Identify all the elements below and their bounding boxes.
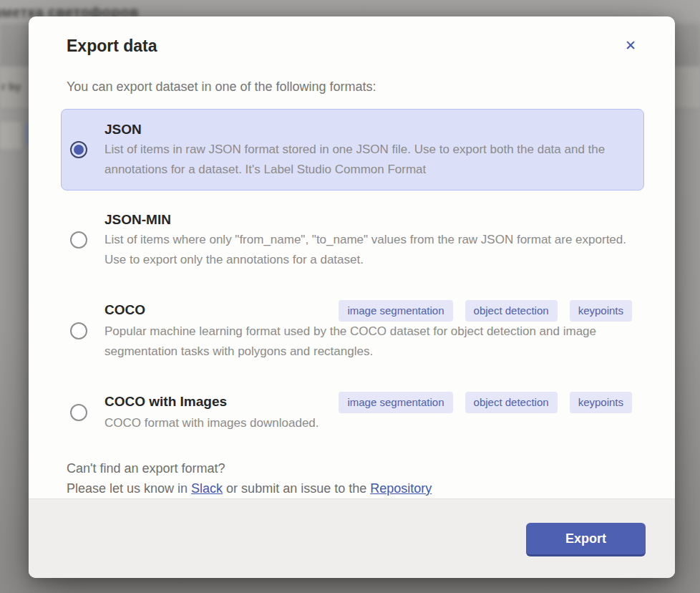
option-head: COCO with Images image segmentation obje…	[104, 392, 632, 413]
export-button[interactable]: Export	[526, 523, 646, 556]
radio-coco[interactable]	[70, 322, 87, 339]
radio-json[interactable]	[70, 141, 87, 158]
export-data-modal: Export data ✕ You can export dataset in …	[29, 16, 675, 578]
modal-title: Export data	[67, 35, 157, 57]
modal-header: Export data ✕	[29, 16, 675, 57]
option-body: COCO image segmentation object detection…	[104, 300, 632, 362]
help-line2-middle: or submit an issue to the	[223, 481, 370, 496]
backdrop-button-fragment	[0, 122, 21, 149]
option-body: JSON-MIN List of items where only "from_…	[104, 210, 632, 270]
option-description: Popular machine learning format used by …	[104, 322, 632, 362]
modal-body: Export data ✕ You can export dataset in …	[29, 16, 675, 498]
tag-image-segmentation: image segmentation	[339, 300, 452, 322]
repository-link[interactable]: Repository	[370, 481, 432, 496]
export-option-json[interactable]: JSON List of items in raw JSON format st…	[61, 109, 644, 191]
option-description: List of items where only "from_name", "t…	[104, 230, 632, 270]
option-description: List of items in raw JSON format stored …	[104, 140, 632, 180]
tag-keypoints: keypoints	[570, 300, 632, 322]
option-head: JSON	[104, 120, 632, 140]
radio-column	[70, 141, 87, 158]
option-head: COCO image segmentation object detection…	[104, 300, 632, 322]
export-option-coco-with-images[interactable]: COCO with Images image segmentation obje…	[61, 381, 644, 444]
tag-image-segmentation: image segmentation	[339, 392, 452, 413]
backdrop-filter-label: r by	[1, 80, 21, 92]
option-head: JSON-MIN	[104, 210, 632, 230]
tag-object-detection: object detection	[465, 300, 558, 322]
tag-object-detection: object detection	[465, 392, 558, 413]
option-description: COCO format with images downloaded.	[104, 413, 632, 433]
radio-column	[70, 231, 87, 249]
help-text: Can't find an export format? Please let …	[67, 458, 637, 498]
radio-column	[70, 322, 87, 339]
help-line2-prefix: Please let us know in	[67, 481, 191, 496]
export-option-json-min[interactable]: JSON-MIN List of items where only "from_…	[61, 199, 644, 281]
option-body: JSON List of items in raw JSON format st…	[104, 120, 632, 180]
radio-column	[70, 404, 87, 421]
help-line2: Please let us know in Slack or submit an…	[67, 478, 637, 498]
close-button[interactable]: ✕	[621, 36, 641, 56]
option-title: COCO	[104, 300, 145, 320]
radio-coco-with-images[interactable]	[70, 404, 87, 421]
tag-keypoints: keypoints	[570, 392, 632, 413]
modal-footer: Export	[29, 498, 675, 578]
option-title: COCO with Images	[104, 392, 227, 412]
export-format-options: JSON List of items in raw JSON format st…	[61, 109, 644, 444]
option-title: JSON	[104, 120, 142, 140]
option-body: COCO with Images image segmentation obje…	[104, 392, 632, 433]
intro-text: You can export dataset in one of the fol…	[67, 78, 637, 96]
option-tags: image segmentation object detection keyp…	[339, 300, 632, 322]
export-option-coco[interactable]: COCO image segmentation object detection…	[61, 289, 644, 372]
radio-json-min[interactable]	[70, 231, 87, 249]
slack-link[interactable]: Slack	[191, 481, 223, 496]
help-line1: Can't find an export format?	[67, 458, 637, 478]
close-icon: ✕	[625, 38, 636, 53]
option-tags: image segmentation object detection keyp…	[339, 392, 632, 413]
option-title: JSON-MIN	[104, 210, 171, 230]
